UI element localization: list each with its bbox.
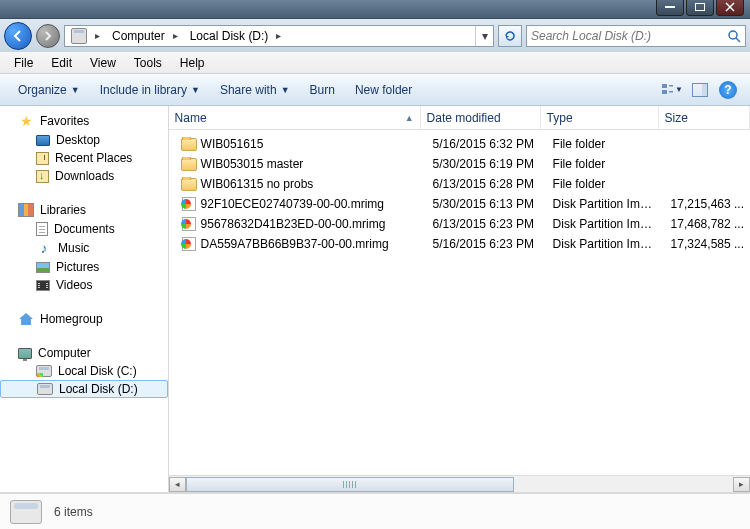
desktop-icon [36, 135, 50, 146]
sidebar-item-label: Documents [54, 222, 115, 236]
file-row[interactable]: 92F10ECE02740739-00-00.mrimg5/30/2015 6:… [169, 194, 750, 214]
title-bar [0, 0, 750, 18]
organize-button[interactable]: Organize▼ [10, 79, 88, 101]
file-date: 5/16/2015 6:32 PM [427, 137, 547, 151]
sidebar-item-music[interactable]: Music [0, 238, 168, 258]
folder-icon [181, 158, 197, 171]
sidebar-item-local-disk-d[interactable]: Local Disk (D:) [0, 380, 168, 398]
share-with-button[interactable]: Share with▼ [212, 79, 298, 101]
sidebar-item-recent-places[interactable]: Recent Places [0, 149, 168, 167]
drive-d-icon [37, 383, 53, 395]
scroll-thumb[interactable] [186, 477, 514, 492]
navigation-pane[interactable]: Favorites Desktop Recent Places Download… [0, 106, 169, 492]
menu-file[interactable]: File [6, 54, 41, 72]
column-header-name[interactable]: Name▲ [169, 106, 421, 129]
videos-icon [36, 280, 50, 291]
new-folder-button[interactable]: New folder [347, 79, 420, 101]
recent-places-icon [36, 152, 49, 165]
maximize-button[interactable] [686, 0, 714, 16]
chevron-right-icon: ▸ [272, 30, 285, 41]
tree-head-homegroup[interactable]: Homegroup [0, 309, 168, 329]
address-segment-root[interactable]: ▸ [65, 26, 106, 46]
menu-tools[interactable]: Tools [126, 54, 170, 72]
tree-head-computer[interactable]: Computer [0, 344, 168, 362]
column-header-type[interactable]: Type [541, 106, 659, 129]
file-date: 5/30/2015 6:19 PM [427, 157, 547, 171]
disk-image-icon [181, 196, 197, 212]
search-box[interactable] [526, 25, 746, 47]
disk-image-icon [181, 216, 197, 232]
downloads-icon [36, 170, 49, 183]
search-input[interactable] [527, 29, 723, 43]
file-list[interactable]: WIB0516155/16/2015 6:32 PMFile folderWIB… [169, 130, 750, 475]
chevron-right-icon: ▸ [91, 30, 104, 41]
file-name: WIB051615 [201, 137, 264, 151]
file-type: File folder [547, 137, 665, 151]
file-type: Disk Partition Image [547, 237, 665, 251]
sidebar-item-local-disk-c[interactable]: Local Disk (C:) [0, 362, 168, 380]
nav-forward-button[interactable] [36, 24, 60, 48]
nav-back-button[interactable] [4, 22, 32, 50]
address-dropdown-button[interactable]: ▾ [475, 26, 493, 46]
folder-icon [181, 178, 197, 191]
scroll-left-button[interactable]: ◂ [169, 477, 186, 492]
menu-edit[interactable]: Edit [43, 54, 80, 72]
help-icon: ? [719, 81, 737, 99]
new-folder-label: New folder [355, 83, 412, 97]
change-view-button[interactable]: ▼ [660, 78, 684, 102]
drive-icon [10, 500, 42, 524]
address-segment-drive[interactable]: Local Disk (D:) ▸ [184, 26, 288, 46]
file-row[interactable]: WIB053015 master5/30/2015 6:19 PMFile fo… [169, 154, 750, 174]
menu-view[interactable]: View [82, 54, 124, 72]
libraries-icon [18, 202, 34, 218]
file-row[interactable]: WIB0516155/16/2015 6:32 PMFile folder [169, 134, 750, 154]
file-date: 5/16/2015 6:23 PM [427, 237, 547, 251]
refresh-button[interactable] [498, 25, 522, 47]
sidebar-item-videos[interactable]: Videos [0, 276, 168, 294]
column-header-date[interactable]: Date modified [421, 106, 541, 129]
minimize-button[interactable] [656, 0, 684, 16]
address-segment-computer[interactable]: Computer ▸ [106, 26, 184, 46]
file-date: 6/13/2015 6:23 PM [427, 217, 547, 231]
sidebar-item-label: Videos [56, 278, 92, 292]
arrow-left-icon [11, 29, 25, 43]
sidebar-item-pictures[interactable]: Pictures [0, 258, 168, 276]
file-row[interactable]: 95678632D41B23ED-00-00.mrimg6/13/2015 6:… [169, 214, 750, 234]
tree-head-favorites[interactable]: Favorites [0, 111, 168, 131]
sidebar-item-downloads[interactable]: Downloads [0, 167, 168, 185]
burn-label: Burn [310, 83, 335, 97]
include-in-library-button[interactable]: Include in library▼ [92, 79, 208, 101]
include-label: Include in library [100, 83, 187, 97]
share-label: Share with [220, 83, 277, 97]
file-row[interactable]: DA559A7BB66B9B37-00-00.mrimg5/16/2015 6:… [169, 234, 750, 254]
column-label: Type [547, 111, 573, 125]
disk-image-icon [181, 236, 197, 252]
file-size: 17,468,782 ... [665, 217, 750, 231]
tree-group-favorites: Favorites Desktop Recent Places Download… [0, 106, 168, 195]
svg-line-5 [736, 38, 740, 42]
address-bar[interactable]: ▸ Computer ▸ Local Disk (D:) ▸ ▾ [64, 25, 494, 47]
tree-group-homegroup: Homegroup [0, 304, 168, 339]
file-size: 17,215,463 ... [665, 197, 750, 211]
tree-head-libraries[interactable]: Libraries [0, 200, 168, 220]
horizontal-scrollbar[interactable]: ◂ ▸ [169, 475, 750, 492]
sidebar-item-documents[interactable]: Documents [0, 220, 168, 238]
close-button[interactable] [716, 0, 744, 16]
svg-rect-0 [665, 6, 675, 8]
menu-help[interactable]: Help [172, 54, 213, 72]
search-icon[interactable] [723, 29, 745, 43]
address-segment-label: Computer [112, 29, 165, 43]
organize-label: Organize [18, 83, 67, 97]
file-row[interactable]: WIB061315 no probs6/13/2015 6:28 PMFile … [169, 174, 750, 194]
sidebar-item-desktop[interactable]: Desktop [0, 131, 168, 149]
help-button[interactable]: ? [716, 78, 740, 102]
tree-group-libraries: Libraries Documents Music Pictures Video… [0, 195, 168, 304]
preview-pane-button[interactable] [688, 78, 712, 102]
burn-button[interactable]: Burn [302, 79, 343, 101]
column-header-size[interactable]: Size [659, 106, 750, 129]
documents-icon [36, 222, 48, 236]
scroll-right-button[interactable]: ▸ [733, 477, 750, 492]
scroll-track[interactable] [186, 477, 733, 492]
svg-rect-11 [702, 84, 707, 96]
chevron-down-icon: ▼ [281, 85, 290, 95]
